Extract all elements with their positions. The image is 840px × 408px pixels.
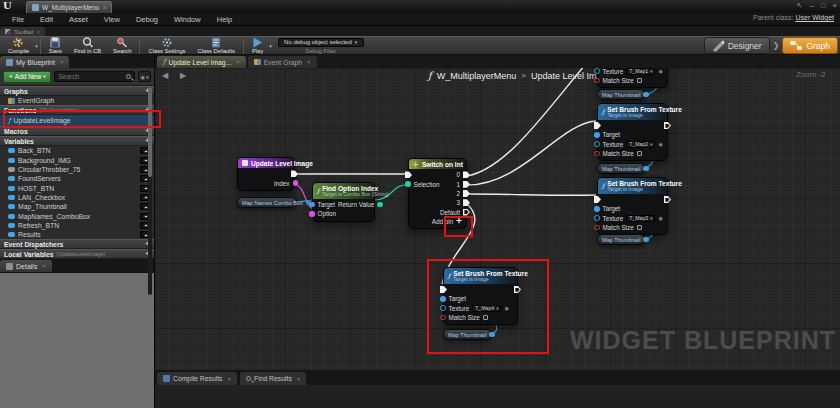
variable-row[interactable]: LAN_Checkbox	[0, 193, 154, 202]
variables-header[interactable]: Variables +	[0, 136, 154, 146]
local-variables-header[interactable]: Local Variables (UpdateLevelImage) +	[0, 249, 154, 259]
browse-asset-icon[interactable]: ◉	[658, 215, 662, 221]
menu-view[interactable]: View	[96, 15, 128, 24]
nav-back-icon[interactable]: ◀	[162, 71, 168, 80]
variable-row[interactable]: Results	[0, 230, 154, 239]
texture-pin[interactable]	[594, 141, 600, 147]
breadcrumb-root[interactable]: W_MultiplayerMenu	[437, 71, 517, 81]
node-set-brush-from-texture-2[interactable]: ƒSet Brush From TextureTarget is Image T…	[597, 103, 668, 161]
match-size-checkbox[interactable]	[483, 315, 488, 320]
menu-debug[interactable]: Debug	[128, 15, 166, 24]
target-pin[interactable]	[594, 132, 600, 138]
texture-asset-select[interactable]: T_Map3▾	[626, 215, 655, 222]
node-map-names-combo-box[interactable]: Map Names Combo Box	[237, 197, 297, 208]
variable-row[interactable]: MapNames_ComboBox	[0, 211, 154, 220]
play-dropdown-icon[interactable]: ▾	[269, 43, 272, 49]
index-pin[interactable]	[293, 180, 299, 186]
doc-tab-close-icon[interactable]: ×	[102, 4, 106, 11]
tab-update-level-image[interactable]: ƒ Update Level Imag... ×	[157, 56, 246, 68]
tab-close-icon[interactable]: ×	[227, 376, 231, 382]
match-size-checkbox[interactable]	[637, 78, 642, 83]
play-button[interactable]: Play	[246, 37, 269, 55]
texture-pin[interactable]	[594, 68, 600, 74]
add-new-button[interactable]: + Add New ▾	[3, 71, 51, 83]
exec-in-pin[interactable]	[594, 196, 601, 203]
texture-asset-select[interactable]: T_Map4▾	[472, 305, 501, 312]
debug-object-select[interactable]: No debug object selected ▾	[278, 38, 364, 47]
variable-row[interactable]: Background_IMG	[0, 156, 154, 165]
maximize-button[interactable]: □	[821, 1, 826, 10]
variable-row[interactable]: FoundServers	[0, 174, 154, 183]
parent-class-link[interactable]: User Widget	[795, 14, 834, 21]
node-set-brush-from-texture-4[interactable]: ƒSet Brush From TextureTarget is Image T…	[443, 267, 518, 325]
variable-row[interactable]: HOST_BTN	[0, 183, 154, 192]
variable-row[interactable]: CircularThrobber_75	[0, 165, 154, 174]
tab-close-icon[interactable]: ×	[307, 59, 311, 65]
node-map-thumbnail[interactable]: Map Thumbnail	[597, 234, 645, 245]
texture-pin[interactable]	[440, 305, 446, 311]
compile-dropdown-icon[interactable]: ▾	[35, 43, 38, 49]
tab-close-icon[interactable]: ×	[60, 59, 64, 65]
selection-pin[interactable]	[405, 181, 411, 187]
node-map-thumbnail[interactable]: Map Thumbnail	[597, 163, 645, 174]
details-tab[interactable]: Details ×	[0, 260, 52, 272]
window-doc-tab[interactable]: W_MultiplayerMenu ×	[26, 1, 112, 13]
class-settings-button[interactable]: Class Settings	[142, 37, 191, 55]
search-button[interactable]: Search	[107, 37, 137, 55]
save-button[interactable]: Save	[43, 37, 68, 55]
my-blueprint-tab[interactable]: My Blueprint ×	[0, 56, 69, 68]
node-map-thumbnail[interactable]: Map Thumbnail	[443, 329, 492, 340]
add-pin-icon[interactable]: ✛	[456, 217, 462, 225]
target-pin[interactable]	[309, 202, 315, 208]
close-button[interactable]: ×	[833, 1, 837, 10]
match-size-pin[interactable]	[594, 78, 600, 84]
option-pin[interactable]	[309, 211, 315, 217]
graph-canvas[interactable]: ◀ ▶ ƒ W_MultiplayerMenu > Update Level I…	[155, 68, 840, 370]
exec-in-pin[interactable]	[440, 286, 447, 293]
pin-window-icon[interactable]: ↖	[797, 1, 803, 10]
visibility-filter-button[interactable]: ◉▾	[138, 71, 151, 82]
macros-header[interactable]: Macros +	[0, 126, 154, 136]
variable-row[interactable]: Refresh_BTN	[0, 221, 154, 230]
node-switch-on-int[interactable]: ✛Switch on Int 0 Selection1 2 3 Default …	[408, 158, 467, 229]
node-map-thumbnail[interactable]: Map Thumbnail	[597, 89, 645, 100]
node-find-option-index[interactable]: ƒFind Option IndexTarget is Combo Box (S…	[312, 182, 375, 222]
designer-button[interactable]: Designer	[704, 37, 770, 54]
minimize-button[interactable]: –	[810, 1, 814, 10]
menu-window[interactable]: Window	[166, 15, 209, 24]
browse-asset-icon[interactable]: ◉	[504, 305, 508, 311]
tab-event-graph[interactable]: Event Graph ×	[248, 56, 317, 68]
menu-file[interactable]: File	[4, 15, 32, 24]
texture-asset-select[interactable]: T_Map2▾	[626, 141, 655, 148]
graph-button[interactable]: Graph	[782, 37, 838, 54]
menu-asset[interactable]: Asset	[61, 15, 96, 24]
match-size-checkbox[interactable]	[637, 225, 642, 230]
functions-header[interactable]: Functions (20 Overridable) +	[0, 105, 154, 115]
node-set-brush-from-texture-1[interactable]: ƒSet Brush From TextureTarget is Image T…	[597, 68, 668, 88]
compile-button[interactable]: ? Compile	[2, 37, 35, 55]
sidebar-scrollbar[interactable]	[148, 87, 152, 295]
exec-in-pin[interactable]	[594, 122, 601, 129]
match-size-checkbox[interactable]	[637, 151, 642, 156]
toolbar-tab[interactable]: Toolbar ×	[0, 27, 45, 36]
match-size-pin[interactable]	[594, 225, 600, 231]
target-pin[interactable]	[594, 206, 600, 212]
blueprint-search[interactable]	[54, 71, 135, 82]
event-dispatchers-header[interactable]: Event Dispatchers +	[0, 239, 154, 249]
texture-asset-select[interactable]: T_Map1▾	[626, 68, 655, 75]
sidebar-item-eventgraph[interactable]: EventGraph	[0, 96, 154, 105]
find-results-tab[interactable]: Find Results ×	[240, 372, 306, 385]
match-size-pin[interactable]	[594, 151, 600, 157]
compile-results-tab[interactable]: Compile Results ×	[157, 372, 237, 385]
nav-forward-icon[interactable]: ▶	[180, 71, 186, 80]
tab-close-icon[interactable]: ×	[297, 376, 301, 382]
class-defaults-button[interactable]: Class Defaults	[192, 37, 241, 55]
tab-close-icon[interactable]: ×	[42, 263, 46, 269]
exec-in-pin[interactable]	[405, 171, 412, 178]
browse-asset-icon[interactable]: ◉	[658, 68, 662, 74]
find-in-cb-button[interactable]: Find in CB	[68, 37, 107, 55]
browse-asset-icon[interactable]: ◉	[658, 141, 662, 147]
node-set-brush-from-texture-3[interactable]: ƒSet Brush From TextureTarget is Image T…	[597, 177, 668, 235]
texture-pin[interactable]	[594, 215, 600, 221]
search-input[interactable]	[58, 73, 126, 80]
